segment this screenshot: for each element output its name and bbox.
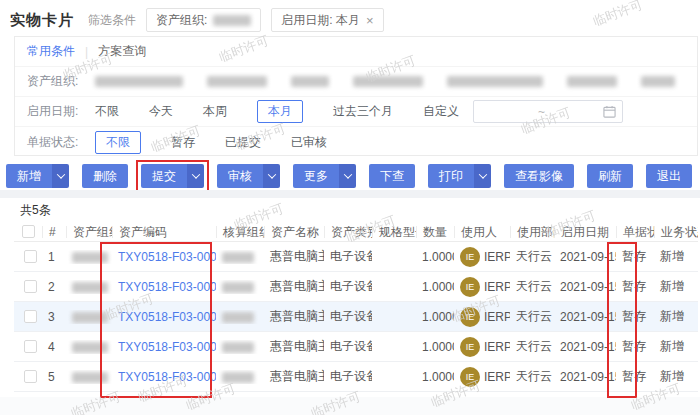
table-row[interactable]: 5TXY0518-F03-00000009惠普电脑主机电子设备1.0000IEI… xyxy=(14,362,698,392)
asset-code-link[interactable]: TXY0518-F03-00000010 xyxy=(118,310,216,324)
doc-status-option[interactable]: 已审核 xyxy=(291,134,327,151)
asset-org-cell xyxy=(66,310,112,324)
刷新-button[interactable]: 刷新 xyxy=(587,164,633,188)
table-row[interactable]: 2TXY0518-F03-00000008惠普电脑主机电子设备1.0000IEI… xyxy=(14,272,698,302)
asset-org-cell xyxy=(66,280,112,294)
table-row[interactable]: 3TXY0518-F03-00000010惠普电脑主机电子设备1.0000IEI… xyxy=(14,302,698,332)
提交-button[interactable]: 提交 xyxy=(141,164,204,188)
下查-button[interactable]: 下查 xyxy=(369,164,415,188)
blurred-ledger-value xyxy=(222,342,254,353)
asset-code-cell: TXY0518-F03-00000010 xyxy=(112,310,216,324)
打印-button[interactable]: 打印 xyxy=(428,164,491,188)
button-label: 审核 xyxy=(217,164,263,188)
start-date-option[interactable]: 自定义 xyxy=(423,103,459,120)
user-name: IERP xyxy=(484,250,510,264)
tab-separator: | xyxy=(85,45,88,59)
doc-status-option[interactable]: 不限 xyxy=(95,131,141,154)
filter-tag-start-date[interactable]: 启用日期: 本月 × xyxy=(271,8,383,32)
table-header-checkbox-cell xyxy=(14,225,42,238)
column-header: 启用日期 xyxy=(554,226,616,238)
remove-tag-icon[interactable]: × xyxy=(366,14,374,27)
chevron-down-icon[interactable] xyxy=(263,164,280,188)
column-header: 资产名称 xyxy=(264,226,324,238)
custom-date-range-input[interactable]: ~ xyxy=(473,100,623,123)
tab-scheme-query[interactable]: 方案查询 xyxy=(98,43,146,60)
新增-button[interactable]: 新增 xyxy=(6,164,69,188)
quantity-cell: 1.0000 xyxy=(416,370,454,384)
asset-code-link[interactable]: TXY0518-F03-00000009 xyxy=(118,370,216,384)
button-label: 提交 xyxy=(141,164,187,188)
biz-status-cell: 新增 xyxy=(654,278,698,295)
asset-category-cell: 电子设备 xyxy=(324,338,372,355)
page-title: 实物卡片 xyxy=(10,11,74,30)
ledger-org-cell xyxy=(216,370,264,384)
asset-name-cell: 惠普电脑主机 xyxy=(264,368,324,385)
doc-status-cell: 暂存 xyxy=(616,248,654,265)
chevron-down-icon[interactable] xyxy=(474,164,491,188)
asset-name-cell: 惠普电脑主机 xyxy=(264,338,324,355)
start-date-option[interactable]: 本月 xyxy=(257,100,303,123)
start-date-option[interactable]: 本周 xyxy=(203,103,227,120)
审核-button[interactable]: 审核 xyxy=(217,164,280,188)
ledger-org-cell xyxy=(216,340,264,354)
dept-cell: 天行云 xyxy=(510,278,554,295)
row-checkbox[interactable] xyxy=(24,370,37,383)
user-name: IERP xyxy=(484,280,510,294)
user-cell: IEIERP xyxy=(454,367,510,387)
doc-status-option[interactable]: 已提交 xyxy=(225,134,261,151)
table-row[interactable]: 4TXY0518-F03-00000007惠普电脑主机电子设备1.0000IEI… xyxy=(14,332,698,362)
row-index-cell: 3 xyxy=(42,310,66,324)
filter-tag-asset-org[interactable]: 资产组织: xyxy=(146,8,261,32)
biz-status-cell: 新增 xyxy=(654,308,698,325)
row-checkbox-cell xyxy=(14,310,42,323)
row-checkbox-cell xyxy=(14,280,42,293)
asset-code-link[interactable]: TXY0518-F03-00000007 xyxy=(118,340,216,354)
user-avatar-badge: IE xyxy=(460,307,480,327)
row-index-cell: 5 xyxy=(42,370,66,384)
start-date-option[interactable]: 今天 xyxy=(149,103,173,120)
page-header: 实物卡片 筛选条件 资产组织: 启用日期: 本月 × xyxy=(10,6,384,34)
chevron-down-icon[interactable] xyxy=(187,164,204,188)
查看影像-button[interactable]: 查看影像 xyxy=(504,164,574,188)
select-all-checkbox[interactable] xyxy=(22,225,35,238)
blurred-ledger-value xyxy=(222,252,254,263)
table-row[interactable]: 1TXY0518-F03-00000001惠普电脑主机电子设备1.0000IEI… xyxy=(14,242,698,272)
column-header: 资产类别 xyxy=(324,226,372,238)
row-checkbox[interactable] xyxy=(24,250,37,263)
doc-status-cell: 暂存 xyxy=(616,338,654,355)
blurred-ledger-value xyxy=(222,312,254,323)
doc-status-options: 不限暂存已提交已审核 xyxy=(95,131,327,154)
blurred-org-value xyxy=(72,372,108,383)
chevron-down-icon[interactable] xyxy=(339,164,356,188)
tab-common-conditions[interactable]: 常用条件 xyxy=(27,43,75,60)
asset-code-cell: TXY0518-F03-00000008 xyxy=(112,280,216,294)
删除-button[interactable]: 删除 xyxy=(82,164,128,188)
asset-name-cell: 惠普电脑主机 xyxy=(264,278,324,295)
biz-status-cell: 新增 xyxy=(654,248,698,265)
table-body: 1TXY0518-F03-00000001惠普电脑主机电子设备1.0000IEI… xyxy=(14,242,698,392)
section-divider xyxy=(0,190,700,198)
blurred-org-name xyxy=(641,76,675,87)
asset-code-link[interactable]: TXY0518-F03-00000001 xyxy=(118,250,216,264)
start-date-option[interactable]: 不限 xyxy=(95,103,119,120)
filter-tag-asset-org-label: 资产组织: xyxy=(156,12,207,29)
退出-button[interactable]: 退出 xyxy=(646,164,692,188)
row-index-cell: 1 xyxy=(42,250,66,264)
button-label: 打印 xyxy=(428,164,474,188)
row-checkbox[interactable] xyxy=(24,280,37,293)
asset-name-cell: 惠普电脑主机 xyxy=(264,308,324,325)
chevron-down-icon[interactable] xyxy=(52,164,69,188)
user-name: IERP xyxy=(484,310,510,324)
blurred-org-name xyxy=(353,76,423,87)
row-checkbox[interactable] xyxy=(24,340,37,353)
filter-tag-start-date-label: 启用日期: 本月 xyxy=(281,12,360,29)
asset-code-link[interactable]: TXY0518-F03-00000008 xyxy=(118,280,216,294)
start-date-cell: 2021-09-15 xyxy=(554,280,616,294)
start-date-option[interactable]: 过去三个月 xyxy=(333,103,393,120)
doc-status-option[interactable]: 暂存 xyxy=(171,134,195,151)
更多-button[interactable]: 更多 xyxy=(293,164,356,188)
row-checkbox[interactable] xyxy=(24,310,37,323)
user-avatar-badge: IE xyxy=(460,277,480,297)
start-date-label: 启用日期: xyxy=(27,103,95,120)
asset-org-blurred-values xyxy=(95,76,675,87)
